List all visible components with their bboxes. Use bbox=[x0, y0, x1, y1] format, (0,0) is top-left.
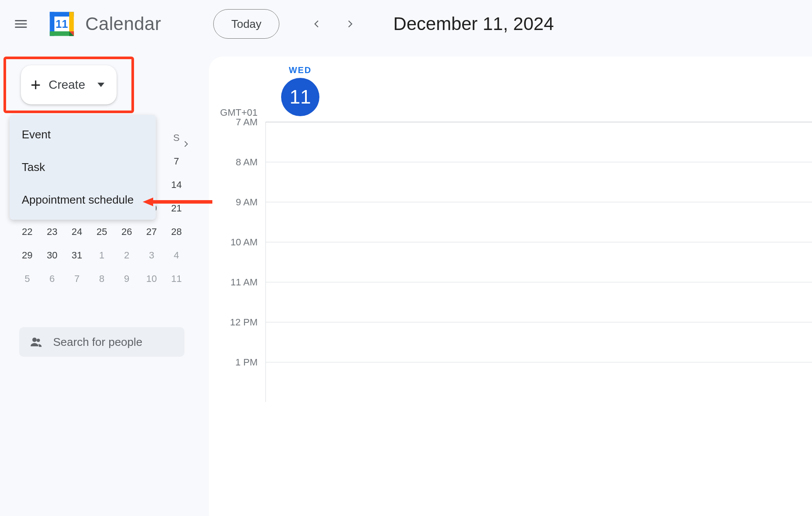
mini-cal-day[interactable]: 26 bbox=[114, 226, 139, 238]
hour-cell[interactable] bbox=[265, 322, 812, 362]
mini-cal-day[interactable]: 8 bbox=[89, 273, 114, 285]
mini-cal-day[interactable]: 5 bbox=[15, 273, 40, 285]
app-header: 11 Calendar Today December 11, 2024 bbox=[0, 0, 812, 48]
chevron-right-icon bbox=[344, 18, 356, 30]
mini-cal-day[interactable]: 14 bbox=[164, 179, 189, 191]
mini-cal-day[interactable]: 10 bbox=[139, 273, 164, 285]
mini-cal-next-button[interactable] bbox=[181, 139, 191, 151]
app-logo[interactable]: 11 Calendar bbox=[47, 9, 161, 39]
prev-day-button[interactable] bbox=[308, 15, 325, 33]
svg-point-11 bbox=[37, 339, 40, 342]
create-dropdown: Event Task Appointment schedule bbox=[10, 115, 156, 220]
day-of-week: WED bbox=[289, 65, 312, 75]
svg-text:11: 11 bbox=[56, 18, 68, 30]
day-of-month: 11 bbox=[281, 78, 319, 116]
hour-cell[interactable] bbox=[265, 242, 812, 282]
main-menu-button[interactable] bbox=[10, 13, 31, 34]
mini-cal-day[interactable]: 24 bbox=[64, 226, 89, 238]
mini-cal-day[interactable]: 3 bbox=[139, 250, 164, 261]
mini-cal-day[interactable]: 21 bbox=[164, 203, 189, 214]
mini-cal-day[interactable]: 2 bbox=[114, 250, 139, 261]
calendar-day-grid: GMT+01 WED 11 7 AM8 AM9 AM10 AM11 AM12 P… bbox=[209, 57, 812, 516]
mini-cal-day[interactable]: 6 bbox=[40, 273, 64, 285]
hour-row[interactable]: 12 PM bbox=[209, 322, 812, 362]
mini-cal-day[interactable]: 22 bbox=[15, 226, 40, 238]
mini-cal-day[interactable]: 27 bbox=[139, 226, 164, 238]
mini-cal-row: 22232425262728 bbox=[15, 220, 189, 244]
hour-cell[interactable] bbox=[265, 202, 812, 242]
mini-cal-row: 2930311234 bbox=[15, 244, 189, 267]
mini-cal-day[interactable]: 11 bbox=[164, 273, 189, 285]
mini-cal-day[interactable]: 9 bbox=[114, 273, 139, 285]
mini-cal-day[interactable]: 28 bbox=[164, 226, 189, 238]
mini-cal-row: 567891011 bbox=[15, 267, 189, 291]
hour-label: 1 PM bbox=[209, 357, 265, 397]
hour-row[interactable]: 8 AM bbox=[209, 162, 812, 202]
people-search-placeholder: Search for people bbox=[53, 335, 142, 349]
hour-row[interactable]: 10 AM bbox=[209, 242, 812, 282]
people-icon bbox=[30, 335, 43, 348]
mini-cal-day[interactable]: 4 bbox=[164, 250, 189, 261]
hour-row[interactable]: 7 AM bbox=[209, 122, 812, 162]
create-button-label: Create bbox=[49, 78, 85, 92]
hamburger-icon bbox=[13, 16, 29, 32]
hour-row[interactable]: 11 AM bbox=[209, 282, 812, 322]
hour-label: 7 AM bbox=[209, 117, 265, 157]
day-header: GMT+01 WED 11 bbox=[209, 57, 812, 122]
create-button-highlight: + Create bbox=[3, 57, 134, 113]
date-nav bbox=[308, 15, 359, 33]
hour-row[interactable]: 1 PM bbox=[209, 362, 812, 402]
day-header-column[interactable]: WED 11 bbox=[265, 65, 335, 122]
mini-cal-day[interactable]: 31 bbox=[64, 250, 89, 261]
hour-cell[interactable] bbox=[265, 162, 812, 202]
mini-cal-day[interactable]: 7 bbox=[164, 156, 189, 167]
svg-point-10 bbox=[32, 338, 37, 342]
hour-label: 11 AM bbox=[209, 277, 265, 317]
hour-cell[interactable] bbox=[265, 282, 812, 322]
plus-icon: + bbox=[30, 76, 40, 94]
hour-row[interactable]: 9 AM bbox=[209, 202, 812, 242]
chevron-left-icon bbox=[311, 18, 322, 30]
hour-cell[interactable] bbox=[265, 362, 812, 402]
app-title: Calendar bbox=[85, 13, 161, 34]
create-menu-event[interactable]: Event bbox=[10, 118, 156, 151]
caret-down-icon bbox=[97, 83, 104, 87]
people-search[interactable]: Search for people bbox=[19, 327, 185, 357]
mini-cal-day[interactable]: 25 bbox=[89, 226, 114, 238]
mini-cal-day[interactable]: 29 bbox=[15, 250, 40, 261]
date-heading: December 11, 2024 bbox=[393, 13, 554, 34]
hour-cell[interactable] bbox=[265, 122, 812, 162]
next-day-button[interactable] bbox=[341, 15, 359, 33]
mini-cal-day[interactable]: 7 bbox=[64, 273, 89, 285]
timezone-label: GMT+01 bbox=[209, 65, 265, 122]
create-menu-task[interactable]: Task bbox=[10, 151, 156, 184]
mini-cal-day[interactable]: 1 bbox=[89, 250, 114, 261]
mini-cal-day[interactable]: 30 bbox=[40, 250, 64, 261]
mini-cal-day[interactable]: 23 bbox=[40, 226, 64, 238]
today-button[interactable]: Today bbox=[213, 9, 279, 39]
hour-label: 12 PM bbox=[209, 317, 265, 357]
hour-label: 9 AM bbox=[209, 197, 265, 237]
create-menu-appointment[interactable]: Appointment schedule bbox=[10, 184, 156, 216]
create-button[interactable]: + Create bbox=[21, 65, 116, 104]
chevron-right-icon bbox=[181, 139, 191, 149]
hour-rows[interactable]: 7 AM8 AM9 AM10 AM11 AM12 PM1 PM bbox=[209, 122, 812, 402]
hour-label: 8 AM bbox=[209, 157, 265, 197]
calendar-logo-icon: 11 bbox=[47, 9, 77, 39]
hour-label: 10 AM bbox=[209, 237, 265, 277]
